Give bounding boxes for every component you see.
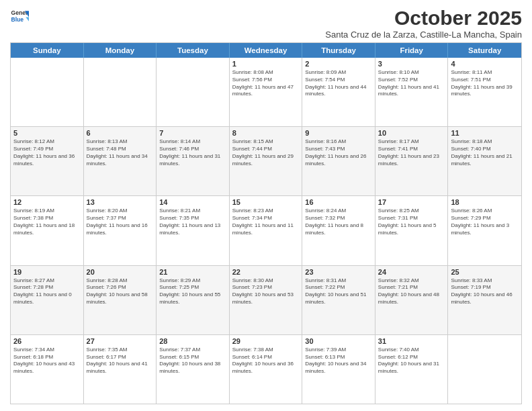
header-day-wednesday: Wednesday — [230, 43, 303, 58]
day-number: 25 — [451, 268, 519, 276]
day-details: Sunrise: 8:24 AMSunset: 7:32 PMDaylight:… — [305, 208, 372, 236]
day-number: 10 — [378, 129, 445, 137]
calendar-cell: 3Sunrise: 8:10 AMSunset: 7:52 PMDaylight… — [375, 58, 449, 126]
day-number: 1 — [232, 60, 300, 68]
day-details: Sunrise: 8:29 AMSunset: 7:25 PMDaylight:… — [159, 277, 226, 306]
day-details: Sunrise: 8:16 AMSunset: 7:43 PMDaylight:… — [305, 138, 372, 167]
calendar-cell — [11, 58, 84, 126]
calendar-cell: 13Sunrise: 8:20 AMSunset: 7:37 PMDayligh… — [84, 196, 157, 265]
day-number: 13 — [87, 198, 154, 206]
day-details: Sunrise: 7:37 AMSunset: 6:15 PMDaylight:… — [159, 347, 226, 375]
svg-text:Blue: Blue — [11, 16, 24, 23]
day-number: 24 — [378, 268, 445, 276]
day-details: Sunrise: 8:30 AMSunset: 7:23 PMDaylight:… — [232, 277, 300, 306]
day-number: 30 — [305, 337, 372, 345]
day-number: 21 — [159, 268, 226, 276]
calendar-cell: 9Sunrise: 8:16 AMSunset: 7:43 PMDaylight… — [302, 127, 375, 195]
day-number: 23 — [305, 268, 372, 276]
day-number: 4 — [451, 60, 519, 68]
calendar-cell: 16Sunrise: 8:24 AMSunset: 7:32 PMDayligh… — [302, 196, 375, 265]
day-details: Sunrise: 8:10 AMSunset: 7:52 PMDaylight:… — [378, 69, 445, 98]
day-number: 20 — [87, 268, 154, 276]
calendar-cell: 17Sunrise: 8:25 AMSunset: 7:31 PMDayligh… — [375, 196, 449, 265]
day-number: 12 — [13, 198, 81, 206]
day-details: Sunrise: 7:38 AMSunset: 6:14 PMDaylight:… — [232, 347, 300, 375]
day-details: Sunrise: 8:28 AMSunset: 7:26 PMDaylight:… — [87, 277, 154, 306]
calendar-cell: 7Sunrise: 8:14 AMSunset: 7:46 PMDaylight… — [157, 127, 230, 195]
calendar-cell: 11Sunrise: 8:18 AMSunset: 7:40 PMDayligh… — [448, 127, 521, 195]
calendar-cell: 24Sunrise: 8:32 AMSunset: 7:21 PMDayligh… — [375, 266, 449, 334]
calendar-cell: 20Sunrise: 8:28 AMSunset: 7:26 PMDayligh… — [84, 266, 157, 334]
calendar-cell: 1Sunrise: 8:08 AMSunset: 7:56 PMDaylight… — [230, 58, 303, 126]
day-number: 28 — [159, 337, 226, 345]
day-details: Sunrise: 7:39 AMSunset: 6:13 PMDaylight:… — [305, 347, 372, 375]
calendar-cell: 5Sunrise: 8:12 AMSunset: 7:49 PMDaylight… — [11, 127, 84, 195]
day-details: Sunrise: 8:18 AMSunset: 7:40 PMDaylight:… — [451, 138, 519, 167]
day-number: 27 — [87, 337, 154, 345]
day-details: Sunrise: 8:14 AMSunset: 7:46 PMDaylight:… — [159, 138, 226, 167]
day-details: Sunrise: 8:23 AMSunset: 7:34 PMDaylight:… — [232, 208, 300, 236]
calendar-header: SundayMondayTuesdayWednesdayThursdayFrid… — [11, 43, 521, 58]
month-title: October 2025 — [325, 7, 522, 30]
calendar-cell: 29Sunrise: 7:38 AMSunset: 6:14 PMDayligh… — [230, 335, 303, 404]
day-number: 26 — [13, 337, 81, 345]
calendar-cell: 27Sunrise: 7:35 AMSunset: 6:17 PMDayligh… — [84, 335, 157, 404]
calendar-cell: 22Sunrise: 8:30 AMSunset: 7:23 PMDayligh… — [230, 266, 303, 334]
calendar-week-3: 12Sunrise: 8:19 AMSunset: 7:38 PMDayligh… — [11, 196, 521, 265]
day-number: 16 — [305, 198, 372, 206]
page: General Blue October 2025 Santa Cruz de … — [0, 0, 532, 411]
day-number: 15 — [232, 198, 300, 206]
day-number: 17 — [378, 198, 445, 206]
location-subtitle: Santa Cruz de la Zarza, Castille-La Manc… — [325, 30, 522, 40]
day-details: Sunrise: 8:21 AMSunset: 7:35 PMDaylight:… — [159, 208, 226, 236]
calendar-cell — [84, 58, 157, 126]
calendar-cell: 25Sunrise: 8:33 AMSunset: 7:19 PMDayligh… — [448, 266, 521, 334]
day-number: 6 — [87, 129, 154, 137]
calendar-cell: 15Sunrise: 8:23 AMSunset: 7:34 PMDayligh… — [230, 196, 303, 265]
day-number: 22 — [232, 268, 300, 276]
day-details: Sunrise: 8:27 AMSunset: 7:28 PMDaylight:… — [13, 277, 81, 306]
day-details: Sunrise: 8:13 AMSunset: 7:48 PMDaylight:… — [87, 138, 154, 167]
calendar-week-1: 1Sunrise: 8:08 AMSunset: 7:56 PMDaylight… — [11, 58, 521, 127]
calendar-cell — [448, 335, 521, 404]
day-number: 31 — [378, 337, 445, 345]
header-day-tuesday: Tuesday — [157, 43, 230, 58]
day-details: Sunrise: 7:35 AMSunset: 6:17 PMDaylight:… — [87, 347, 154, 375]
header-day-thursday: Thursday — [302, 43, 375, 58]
day-number: 9 — [305, 129, 372, 137]
day-number: 18 — [451, 198, 519, 206]
day-number: 7 — [159, 129, 226, 137]
day-number: 2 — [305, 60, 372, 68]
day-number: 29 — [232, 337, 300, 345]
calendar-cell: 26Sunrise: 7:34 AMSunset: 6:18 PMDayligh… — [11, 335, 84, 404]
calendar-week-4: 19Sunrise: 8:27 AMSunset: 7:28 PMDayligh… — [11, 266, 521, 335]
day-details: Sunrise: 8:15 AMSunset: 7:44 PMDaylight:… — [232, 138, 300, 167]
day-details: Sunrise: 8:20 AMSunset: 7:37 PMDaylight:… — [87, 208, 154, 236]
logo: General Blue — [10, 7, 29, 26]
calendar-week-2: 5Sunrise: 8:12 AMSunset: 7:49 PMDaylight… — [11, 127, 521, 196]
day-number: 11 — [451, 129, 519, 137]
calendar-body: 1Sunrise: 8:08 AMSunset: 7:56 PMDaylight… — [11, 58, 521, 404]
day-details: Sunrise: 8:09 AMSunset: 7:54 PMDaylight:… — [305, 69, 372, 98]
day-number: 3 — [378, 60, 445, 68]
calendar-cell: 4Sunrise: 8:11 AMSunset: 7:51 PMDaylight… — [448, 58, 521, 126]
calendar-cell: 19Sunrise: 8:27 AMSunset: 7:28 PMDayligh… — [11, 266, 84, 334]
header-day-sunday: Sunday — [11, 43, 84, 58]
calendar-cell: 18Sunrise: 8:26 AMSunset: 7:29 PMDayligh… — [448, 196, 521, 265]
day-number: 14 — [159, 198, 226, 206]
calendar-cell: 21Sunrise: 8:29 AMSunset: 7:25 PMDayligh… — [157, 266, 230, 334]
header-day-monday: Monday — [84, 43, 157, 58]
calendar-cell: 14Sunrise: 8:21 AMSunset: 7:35 PMDayligh… — [157, 196, 230, 265]
header-day-saturday: Saturday — [448, 43, 521, 58]
day-details: Sunrise: 8:33 AMSunset: 7:19 PMDaylight:… — [451, 277, 519, 306]
day-details: Sunrise: 8:25 AMSunset: 7:31 PMDaylight:… — [378, 208, 445, 236]
day-details: Sunrise: 8:17 AMSunset: 7:41 PMDaylight:… — [378, 138, 445, 167]
day-details: Sunrise: 8:26 AMSunset: 7:29 PMDaylight:… — [451, 208, 519, 236]
day-details: Sunrise: 7:34 AMSunset: 6:18 PMDaylight:… — [13, 347, 81, 375]
calendar-cell: 6Sunrise: 8:13 AMSunset: 7:48 PMDaylight… — [84, 127, 157, 195]
calendar-cell: 2Sunrise: 8:09 AMSunset: 7:54 PMDaylight… — [302, 58, 375, 126]
calendar-cell: 30Sunrise: 7:39 AMSunset: 6:13 PMDayligh… — [302, 335, 375, 404]
day-details: Sunrise: 8:19 AMSunset: 7:38 PMDaylight:… — [13, 208, 81, 236]
day-number: 19 — [13, 268, 81, 276]
day-details: Sunrise: 7:40 AMSunset: 6:12 PMDaylight:… — [378, 347, 445, 375]
